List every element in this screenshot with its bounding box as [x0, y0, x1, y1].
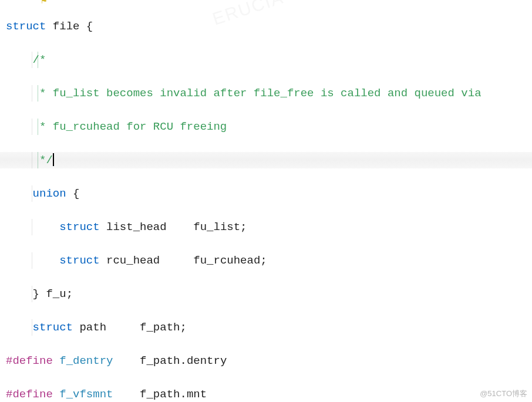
identifier: f_u	[46, 288, 66, 300]
semicolon: ;	[240, 221, 247, 234]
keyword: struct	[59, 254, 99, 267]
macro-value: f_path.dentry	[140, 354, 227, 367]
brace: }	[33, 288, 39, 300]
keyword: struct	[6, 20, 46, 33]
keyword: struct	[59, 221, 99, 234]
semicolon: ;	[66, 288, 73, 300]
code-block: struct file { /* * fu_list becomes inval…	[0, 1, 532, 402]
code-line-current: */	[0, 152, 532, 169]
code-line: * fu_rcuhead for RCU freeing	[0, 119, 532, 136]
type: rcu_head	[106, 254, 160, 267]
semicolon: ;	[260, 254, 267, 267]
identifier: f_path	[140, 321, 180, 334]
type: list_head	[106, 221, 167, 234]
code-line: } f_u;	[0, 286, 532, 303]
code-line: /*	[0, 52, 532, 69]
identifier: fu_list	[193, 221, 240, 234]
type: path	[79, 321, 106, 334]
code-line: struct rcu_head fu_rcuhead;	[0, 252, 532, 269]
code-line: #define f_dentry f_path.dentry	[0, 353, 532, 370]
text-caret	[53, 153, 54, 166]
code-line: * fu_list becomes invalid after file_fre…	[0, 85, 532, 102]
keyword: union	[33, 187, 66, 200]
comment-text: * fu_list becomes invalid after file_fre…	[33, 87, 482, 100]
macro-name: f_dentry	[59, 354, 113, 367]
comment-text: * fu_rcuhead for RCU freeing	[33, 120, 227, 133]
comment-open: /*	[33, 53, 46, 66]
preprocessor: #define	[6, 388, 53, 401]
code-line: struct file {	[0, 18, 532, 35]
code-line: union {	[0, 185, 532, 202]
brace: {	[86, 20, 93, 33]
semicolon: ;	[180, 321, 186, 334]
macro-name: f_vfsmnt	[59, 388, 113, 401]
footer-watermark: @51CTO博客	[480, 386, 527, 403]
keyword: struct	[33, 321, 73, 334]
comment-close: */	[33, 154, 53, 167]
brace: {	[73, 187, 79, 200]
identifier: fu_rcuhead	[193, 254, 260, 267]
code-line: struct path f_path;	[0, 319, 532, 336]
macro-value: f_path.mnt	[140, 388, 207, 401]
code-line: #define f_vfsmnt f_path.mnt	[0, 386, 532, 403]
code-line: struct list_head fu_list;	[0, 219, 532, 236]
preprocessor: #define	[6, 354, 53, 367]
identifier: file	[53, 20, 80, 33]
